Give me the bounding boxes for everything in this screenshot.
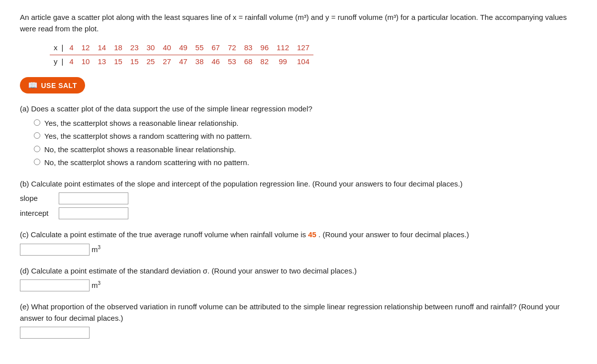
part-c-label-after: . (Round your answer to four decimal pla…: [318, 230, 469, 239]
radio-option-1: Yes, the scatterplot shows a random scat…: [34, 131, 567, 142]
intercept-row: intercept: [20, 207, 567, 219]
data-table: x | 4 12 14 18 23 30 40 49 55 67 72 83 9…: [50, 41, 313, 68]
part-d-label: (d) Calculate a point estimate of the st…: [20, 266, 567, 277]
y-val-15: 104: [293, 55, 313, 68]
radio-option-0: Yes, the scatterplot shows a reasonable …: [34, 118, 567, 129]
part-e-label: (e) What proportion of the observed vari…: [20, 301, 567, 324]
radio-label-2: No, the scatterplot shows a reasonable l…: [44, 144, 236, 156]
intro-text: An article gave a scatter plot along wit…: [20, 12, 567, 34]
x-val-7: 40: [159, 41, 175, 55]
x-val-14: 112: [273, 41, 293, 55]
radio-option-2: No, the scatterplot shows a reasonable l…: [34, 144, 567, 156]
part-e-input[interactable]: [20, 327, 90, 339]
radio-label-0: Yes, the scatterplot shows a reasonable …: [44, 118, 239, 129]
radio-input-3[interactable]: [34, 159, 40, 165]
part-b-section: (b) Calculate point estimates of the slo…: [20, 179, 567, 220]
part-a-radio-group: Yes, the scatterplot shows a reasonable …: [34, 118, 567, 169]
x-divider: |: [60, 41, 66, 55]
intro-paragraph: An article gave a scatter plot along wit…: [20, 13, 567, 33]
x-val-12: 83: [240, 41, 257, 55]
part-c-input-row: m3: [20, 244, 567, 256]
part-c-label: (c) Calculate a point estimate of the tr…: [20, 229, 567, 241]
x-val-9: 55: [192, 41, 208, 55]
slope-label: slope: [20, 193, 55, 204]
part-a-section: (a) Does a scatter plot of the data supp…: [20, 103, 567, 169]
use-salt-label: USE SALT: [41, 82, 77, 90]
y-val-7: 27: [159, 55, 175, 68]
x-val-8: 49: [175, 41, 192, 55]
x-val-13: 96: [256, 41, 273, 55]
x-val-5: 23: [126, 41, 143, 55]
use-salt-button[interactable]: 📖 USE SALT: [20, 77, 85, 93]
part-d-input[interactable]: [20, 279, 90, 291]
y-val-12: 68: [240, 55, 257, 68]
x-val-2: 12: [78, 41, 94, 55]
part-e-input-row: [20, 327, 567, 339]
x-val-11: 72: [224, 41, 240, 55]
part-b-label: (b) Calculate point estimates of the slo…: [20, 179, 567, 190]
y-label: y: [50, 55, 60, 68]
y-val-11: 53: [224, 55, 240, 68]
y-val-3: 13: [94, 55, 110, 68]
x-label: x: [50, 41, 60, 55]
part-c-input[interactable]: [20, 244, 90, 256]
slope-row: slope: [20, 192, 567, 204]
part-c-unit: m3: [92, 244, 100, 256]
x-val-4: 18: [110, 41, 126, 55]
radio-input-2[interactable]: [34, 146, 40, 152]
y-val-5: 15: [126, 55, 143, 68]
part-c-highlight: 45: [308, 230, 316, 239]
slope-input[interactable]: [59, 192, 128, 204]
x-val-10: 67: [207, 41, 224, 55]
x-val-1: 4: [65, 41, 77, 55]
intercept-label: intercept: [20, 208, 55, 219]
x-val-3: 14: [94, 41, 110, 55]
y-divider: |: [60, 55, 66, 68]
x-val-15: 127: [293, 41, 313, 55]
intercept-input[interactable]: [59, 207, 128, 219]
book-icon: 📖: [28, 81, 38, 90]
part-c-section: (c) Calculate a point estimate of the tr…: [20, 229, 567, 256]
y-val-9: 38: [192, 55, 208, 68]
y-val-1: 4: [65, 55, 77, 68]
y-val-10: 46: [207, 55, 224, 68]
part-d-unit: m3: [92, 279, 100, 291]
y-val-2: 10: [78, 55, 94, 68]
y-val-13: 82: [256, 55, 273, 68]
y-val-4: 15: [110, 55, 126, 68]
radio-input-1[interactable]: [34, 132, 40, 139]
y-val-8: 47: [175, 55, 192, 68]
radio-option-3: No, the scatterplot shows a random scatt…: [34, 157, 567, 169]
x-val-6: 30: [143, 41, 159, 55]
y-val-6: 25: [143, 55, 159, 68]
part-d-section: (d) Calculate a point estimate of the st…: [20, 266, 567, 292]
part-e-section: (e) What proportion of the observed vari…: [20, 301, 567, 339]
part-c-label-before: (c) Calculate a point estimate of the tr…: [20, 230, 306, 239]
y-val-14: 99: [273, 55, 293, 68]
radio-label-3: No, the scatterplot shows a random scatt…: [44, 157, 249, 169]
part-a-label: (a) Does a scatter plot of the data supp…: [20, 103, 567, 115]
radio-input-0[interactable]: [34, 119, 40, 126]
part-d-input-row: m3: [20, 279, 567, 291]
radio-label-1: Yes, the scatterplot shows a random scat…: [44, 131, 252, 142]
